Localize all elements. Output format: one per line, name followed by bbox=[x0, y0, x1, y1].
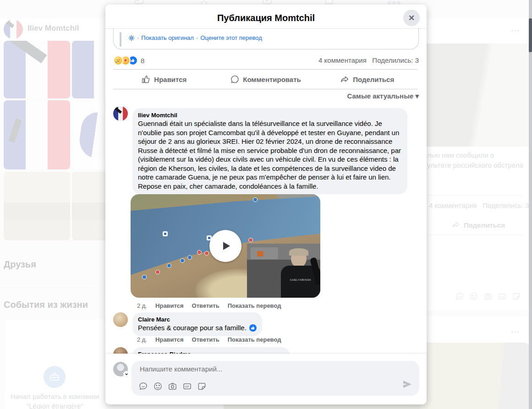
comment-text: Guennadi était un spécialiste dans la té… bbox=[138, 119, 402, 191]
map-marker-blue bbox=[167, 263, 171, 268]
chevron-down-icon[interactable] bbox=[123, 371, 130, 377]
comment: Francesco Biedma bbox=[132, 347, 290, 354]
comment-time[interactable]: 2 д. bbox=[137, 302, 147, 309]
camera-icon[interactable] bbox=[168, 382, 177, 391]
play-button[interactable] bbox=[209, 230, 241, 262]
map-marker-blue bbox=[187, 255, 192, 260]
send-icon bbox=[403, 380, 412, 388]
map-marker-blue bbox=[142, 275, 147, 279]
map-marker-red bbox=[155, 270, 160, 274]
play-icon bbox=[219, 239, 232, 253]
comment-reply-link[interactable]: Ответить bbox=[192, 302, 219, 309]
comment: Iliev Momtchil Guennadi était un spécial… bbox=[132, 108, 407, 194]
commenter-avatar[interactable] bbox=[113, 312, 128, 327]
comment-translate-link[interactable]: Показать перевод bbox=[228, 302, 281, 309]
composer-avatar[interactable] bbox=[113, 362, 128, 376]
composer-box[interactable]: GIF bbox=[132, 361, 419, 396]
avatar-sticker-icon[interactable] bbox=[139, 382, 148, 391]
map-marker-red bbox=[204, 251, 209, 256]
comment-time[interactable]: 2 д. bbox=[137, 336, 147, 343]
map-chip-icon bbox=[163, 231, 168, 236]
comment-input[interactable] bbox=[139, 365, 397, 373]
comment-like-link[interactable]: Нравится bbox=[155, 336, 184, 343]
video-attachment[interactable]: CHELYABINSK bbox=[131, 194, 320, 298]
map-marker-red bbox=[248, 238, 253, 242]
map-marker-blue bbox=[180, 258, 185, 263]
comment-like-link[interactable]: Нравится bbox=[155, 302, 184, 309]
gif-icon[interactable]: GIF bbox=[183, 382, 192, 391]
comment-author[interactable]: Claire Marc bbox=[138, 316, 257, 323]
comments-scroll-region[interactable]: Iliev Momtchil Guennadi était un spécial… bbox=[105, 5, 427, 354]
svg-text:GIF: GIF bbox=[185, 385, 189, 388]
comment-author[interactable]: Iliev Momtchil bbox=[138, 112, 402, 119]
commenter-avatar[interactable] bbox=[113, 106, 128, 121]
comment: Claire Marc Pensées & courage pour sa fa… bbox=[132, 312, 262, 336]
map-marker-red bbox=[197, 250, 202, 255]
thumbs-up-emoji bbox=[249, 324, 257, 332]
page-scrollbar[interactable] bbox=[529, 0, 532, 409]
send-button[interactable] bbox=[403, 380, 412, 390]
comment-meta-row: 2 д. Нравится Ответить Показать перевод bbox=[137, 336, 281, 343]
emoji-icon[interactable] bbox=[154, 382, 162, 391]
webcam-overlay: CHELYABINSK bbox=[247, 244, 320, 298]
comment-translate-link[interactable]: Показать перевод bbox=[228, 336, 281, 343]
sticker-icon[interactable] bbox=[197, 382, 206, 391]
comment-text: Pensées & courage pour sa famille. bbox=[138, 323, 247, 333]
comment-composer: GIF bbox=[105, 354, 427, 404]
shirt-text: CHELYABINSK bbox=[290, 278, 312, 298]
scrollbar-thumb[interactable] bbox=[529, 18, 532, 52]
sad-reaction-icon bbox=[113, 55, 123, 65]
screen: Iliev Momtchil Друзья События из жизни Н… bbox=[0, 0, 532, 409]
comment-reply-link[interactable]: Ответить bbox=[192, 336, 219, 343]
map-marker-blue bbox=[253, 197, 258, 202]
commenter-avatar[interactable] bbox=[113, 347, 128, 354]
post-modal: Публикация Momtchil ✕ · Показать оригина… bbox=[105, 5, 427, 404]
comment-meta-row: 2 д. Нравится Ответить Показать перевод bbox=[137, 302, 281, 309]
